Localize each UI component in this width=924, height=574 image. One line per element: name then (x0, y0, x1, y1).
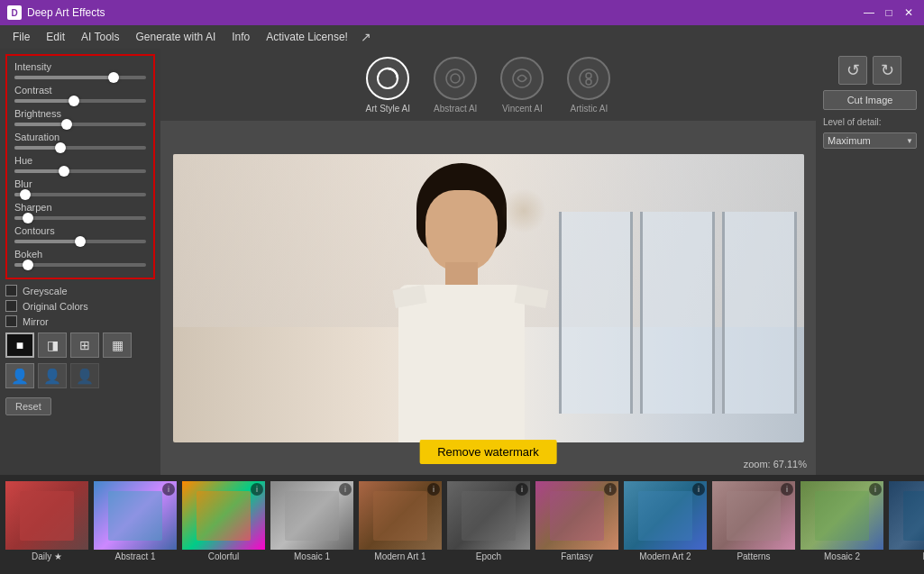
saturation-label: Saturation (14, 132, 146, 142)
thumb-fantasy-info-icon[interactable]: i (604, 483, 617, 496)
contours-slider-row: Contours (14, 225, 146, 243)
avatar-btn-2[interactable]: 👤 (38, 363, 67, 388)
slider-section: Intensity Contrast Brightness (5, 54, 155, 279)
svg-point-6 (586, 79, 591, 85)
hue-label: Hue (14, 155, 146, 166)
thumb-mosaic2-label: Mosaic 2 (800, 550, 883, 563)
gradient-tool-btn[interactable]: ◨ (38, 333, 67, 358)
level-select[interactable]: Maximum High Medium Low (823, 132, 917, 149)
tab-vincent-ai-label: Vincent AI (502, 104, 543, 114)
tab-abstract-ai-icon (434, 57, 477, 100)
thumb-modern-art1[interactable]: i Modern Art 1 (357, 479, 444, 569)
blur-slider-row: Blur (14, 178, 146, 196)
main-layout: Intensity Contrast Brightness (0, 49, 924, 475)
title-bar-controls: — □ ✕ (861, 5, 917, 21)
menu-ai-tools[interactable]: AI Tools (74, 27, 126, 47)
tab-artistic-ai-icon (567, 57, 610, 100)
hue-track[interactable] (14, 169, 146, 173)
bokeh-label: Bokeh (14, 249, 146, 260)
tab-vincent-ai[interactable]: Vincent AI (493, 53, 551, 117)
thumb-epoch[interactable]: i Epoch (445, 479, 532, 569)
greyscale-checkbox[interactable] (5, 285, 17, 296)
menu-edit[interactable]: Edit (39, 27, 72, 47)
style-tabs: Art Style AI Abstract AI (160, 49, 816, 121)
pattern-tool-btn[interactable]: ▦ (103, 333, 132, 358)
mirror-row: Mirror (5, 315, 155, 327)
thumb-colorful-label: Colorful (182, 550, 265, 563)
thumb-modern-art2[interactable]: i Modern Art 2 (622, 479, 709, 569)
tab-art-style-ai[interactable]: Art Style AI (359, 53, 417, 117)
menu-generate-ai[interactable]: Generate with AI (129, 27, 224, 47)
brightness-slider-row: Brightness (14, 108, 146, 126)
thumb-abstract1-info-icon[interactable]: i (162, 483, 175, 496)
tab-vincent-ai-icon (500, 57, 544, 100)
thumb-eye[interactable]: i Eye (887, 479, 924, 569)
undo-button[interactable]: ↺ (838, 56, 867, 85)
app-icon: D (7, 5, 22, 20)
thumb-epoch-info-icon[interactable]: i (516, 483, 528, 496)
close-button[interactable]: ✕ (901, 5, 917, 21)
center-content: Art Style AI Abstract AI (160, 49, 816, 475)
zoom-indicator: zoom: 67.11% (744, 459, 807, 469)
greyscale-row: Greyscale (5, 285, 155, 296)
thumb-epoch-label: Epoch (447, 550, 530, 563)
saturation-slider-row: Saturation (14, 132, 146, 150)
thumb-modern-art1-label: Modern Art 1 (359, 550, 442, 563)
thumb-fantasy[interactable]: i Fantasy (534, 479, 620, 569)
tab-artistic-ai[interactable]: Artistic AI (560, 53, 618, 117)
thumb-mosaic1[interactable]: i Mosaic 1 (269, 479, 355, 569)
thumb-modern-art2-info-icon[interactable]: i (692, 483, 705, 496)
thumb-abstract1[interactable]: i Abstract 1 (92, 479, 178, 569)
menu-activate-license[interactable]: Activate License! (259, 27, 355, 47)
redo-button[interactable]: ↻ (873, 56, 901, 85)
thumb-abstract1-label: Abstract 1 (94, 550, 177, 563)
contrast-track[interactable] (14, 99, 146, 103)
tools-row: ■ ◨ ⊞ ▦ (5, 333, 155, 358)
image-area: Remove watermark zoom: 67.11% (160, 121, 816, 475)
avatar-btn-1[interactable]: 👤 (5, 363, 34, 388)
thumb-mosaic1-info-icon[interactable]: i (339, 483, 352, 496)
thumb-colorful[interactable]: i Colorful (180, 479, 267, 569)
blur-track[interactable] (14, 193, 146, 196)
app-title: Deep Art Effects (27, 6, 105, 19)
tab-art-style-ai-label: Art Style AI (366, 104, 410, 114)
menu-file[interactable]: File (5, 27, 37, 47)
saturation-track[interactable] (14, 146, 146, 150)
intensity-track[interactable] (14, 76, 146, 79)
abstract-svg-icon (444, 67, 467, 90)
thumb-daily[interactable]: Daily ★ (4, 479, 90, 569)
thumb-colorful-info-icon[interactable]: i (251, 483, 263, 496)
remove-watermark-button[interactable]: Remove watermark (419, 440, 557, 464)
tab-art-style-ai-icon (366, 57, 409, 100)
bokeh-track[interactable] (14, 263, 146, 267)
thumb-mosaic1-label: Mosaic 1 (270, 550, 353, 563)
right-panel: ↺ ↻ Cut Image Level of detail: Maximum H… (816, 49, 924, 475)
thumb-mosaic2[interactable]: i Mosaic 2 (799, 479, 885, 569)
black-tool-btn[interactable]: ■ (5, 333, 34, 358)
tab-abstract-ai[interactable]: Abstract AI (426, 53, 484, 117)
reset-button[interactable]: Reset (5, 397, 51, 415)
minimize-button[interactable]: — (861, 5, 877, 21)
svg-point-5 (586, 73, 591, 78)
menu-bar: File Edit AI Tools Generate with AI Info… (0, 25, 924, 49)
maximize-button[interactable]: □ (881, 5, 897, 21)
thumb-mosaic2-info-icon[interactable]: i (869, 483, 882, 496)
blur-label: Blur (14, 178, 146, 189)
avatar-btn-3[interactable]: 👤 (70, 363, 99, 388)
title-bar-left: D Deep Art Effects (7, 5, 105, 20)
contrast-label: Contrast (14, 85, 146, 96)
thumb-patterns[interactable]: i Patterns (710, 479, 797, 569)
thumb-patterns-info-icon[interactable]: i (781, 483, 793, 496)
contours-track[interactable] (14, 240, 146, 243)
brightness-label: Brightness (14, 108, 146, 119)
sharpen-track[interactable] (14, 216, 146, 220)
menu-info[interactable]: Info (224, 27, 257, 47)
original-colors-label: Original Colors (23, 301, 88, 312)
cut-image-button[interactable]: Cut Image (823, 90, 917, 110)
original-colors-checkbox[interactable] (5, 300, 17, 312)
thumb-modern-art1-info-icon[interactable]: i (427, 483, 440, 496)
texture-tool-btn[interactable]: ⊞ (70, 333, 99, 358)
contours-label: Contours (14, 225, 146, 236)
mirror-checkbox[interactable] (5, 315, 17, 327)
brightness-track[interactable] (14, 123, 146, 126)
